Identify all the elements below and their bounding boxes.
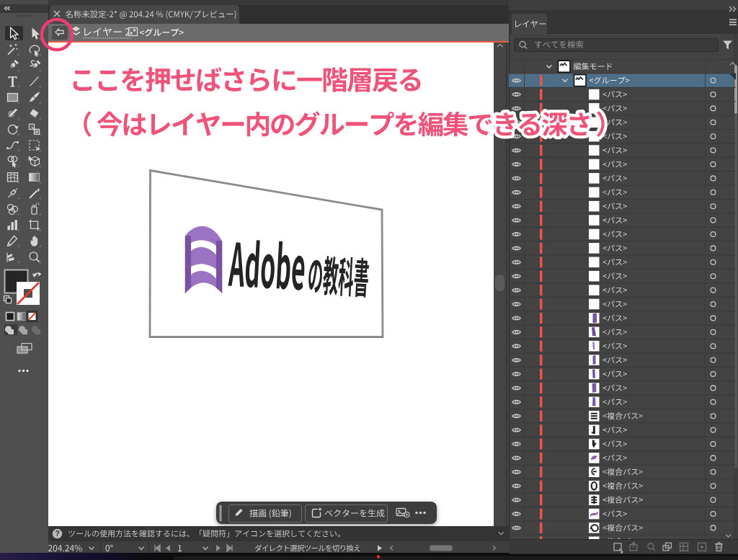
svg-text:?: ? — [55, 530, 59, 538]
